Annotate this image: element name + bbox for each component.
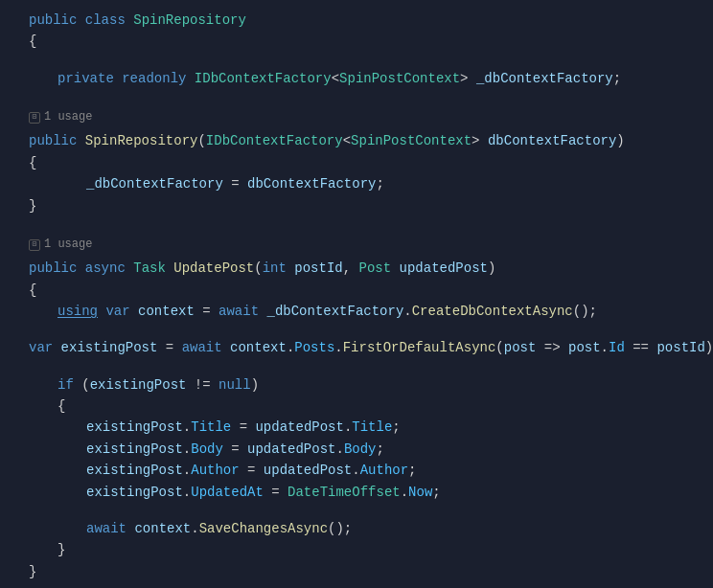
- token: ): [251, 374, 259, 396]
- token: postId: [294, 258, 342, 279]
- token: FirstOrDefaultAsync: [343, 337, 496, 358]
- token: Body: [191, 439, 231, 460]
- token: .: [183, 439, 191, 460]
- code-line-empty: [0, 503, 713, 518]
- token: {: [29, 152, 36, 173]
- token: _dbContextFactory: [476, 68, 613, 89]
- token: (: [254, 258, 262, 279]
- token: SpinRepository: [85, 130, 198, 151]
- token: context: [230, 337, 287, 358]
- token: await: [182, 337, 230, 358]
- token: ==: [632, 337, 656, 358]
- token: ;: [376, 173, 383, 194]
- usage-hint: ⊡ 1 usage: [0, 104, 713, 130]
- token: >: [472, 130, 488, 151]
- token: context: [134, 518, 191, 539]
- code-line-empty: [0, 322, 713, 337]
- token: post: [504, 337, 544, 358]
- usage-icon: ⊡: [29, 239, 40, 251]
- token: .: [334, 337, 342, 358]
- token: .: [601, 337, 609, 358]
- token: .: [191, 518, 198, 539]
- token: using: [58, 301, 98, 322]
- token: _dbContextFactory: [86, 173, 231, 194]
- token: await: [86, 518, 134, 539]
- token: Posts: [294, 337, 334, 358]
- code-line: existingPost.UpdatedAt = DateTimeOffset.…: [0, 482, 713, 503]
- token: (: [197, 130, 205, 151]
- code-line: public class SpinRepository: [0, 10, 713, 31]
- token: ;: [432, 482, 440, 503]
- usage-text: 1 usage: [44, 236, 92, 254]
- token: class: [85, 10, 133, 31]
- token: =: [231, 173, 247, 194]
- code-line: using var context = await _dbContextFact…: [0, 301, 713, 322]
- token: !=: [195, 374, 218, 396]
- token: ;: [408, 460, 416, 481]
- token: =: [247, 460, 264, 481]
- token: updatedPost: [264, 460, 352, 481]
- code-editor: public class SpinRepository { private re…: [0, 0, 713, 588]
- token: post: [568, 337, 601, 358]
- token: ,: [343, 258, 359, 279]
- token: if: [58, 374, 81, 396]
- code-line-empty: [0, 53, 713, 68]
- token: Title: [352, 417, 392, 438]
- token: =: [271, 482, 288, 503]
- token: updatedPost: [247, 439, 335, 460]
- code-line: {: [0, 280, 713, 301]
- token: =: [231, 439, 247, 460]
- token: .: [344, 417, 352, 438]
- code-line: existingPost.Author = updatedPost.Author…: [0, 460, 713, 481]
- usage-icon: ⊡: [29, 112, 40, 124]
- token: updatedPost: [255, 417, 343, 438]
- token: var: [29, 337, 61, 358]
- token: null: [218, 374, 251, 396]
- code-line: var existingPost = await context.Posts.F…: [0, 337, 713, 358]
- token: dbContextFactory: [488, 130, 616, 151]
- token: await: [218, 301, 266, 322]
- code-line: {: [0, 31, 713, 52]
- code-line: _dbContextFactory = dbContextFactory;: [0, 173, 713, 194]
- code-line: }: [0, 561, 713, 582]
- token: IDbContextFactory: [206, 130, 343, 151]
- token: .: [183, 482, 191, 503]
- token: updatedPost: [400, 258, 488, 279]
- token: CreateDbContextAsync: [412, 301, 573, 322]
- token: UpdatePost: [173, 258, 254, 279]
- token: ();: [328, 518, 352, 539]
- token: existingPost: [86, 482, 183, 503]
- token: SpinRepository: [133, 10, 246, 31]
- token-author: Author: [191, 460, 247, 481]
- token: SpinPostContext: [339, 68, 460, 89]
- token: Task: [133, 258, 173, 279]
- token: Id: [609, 337, 632, 358]
- token: existingPost: [86, 417, 183, 438]
- token: .: [183, 460, 191, 481]
- code-line-empty: [0, 216, 713, 232]
- code-line: existingPost.Title = updatedPost.Title;: [0, 417, 713, 438]
- token: postId: [656, 337, 704, 358]
- token: async: [85, 258, 133, 279]
- token: dbContextFactory: [247, 173, 376, 194]
- token: ): [616, 130, 624, 151]
- token: Post: [359, 258, 400, 279]
- token: [98, 301, 105, 322]
- token: {: [29, 31, 36, 52]
- code-line-empty: [0, 359, 713, 374]
- token: Body: [344, 439, 377, 460]
- token: }: [58, 539, 65, 560]
- token: Now: [408, 482, 432, 503]
- code-line: if (existingPost != null): [0, 374, 713, 396]
- token: =>: [544, 337, 568, 358]
- token: DateTimeOffset: [288, 482, 401, 503]
- token: {: [58, 396, 65, 417]
- token: =: [166, 337, 182, 358]
- usage-text: 1 usage: [44, 108, 92, 126]
- token: .: [352, 460, 359, 481]
- token: var: [105, 301, 138, 322]
- token: (: [81, 374, 89, 396]
- token: .: [183, 417, 191, 438]
- token: private: [58, 68, 122, 89]
- token: SpinPostContext: [351, 130, 472, 151]
